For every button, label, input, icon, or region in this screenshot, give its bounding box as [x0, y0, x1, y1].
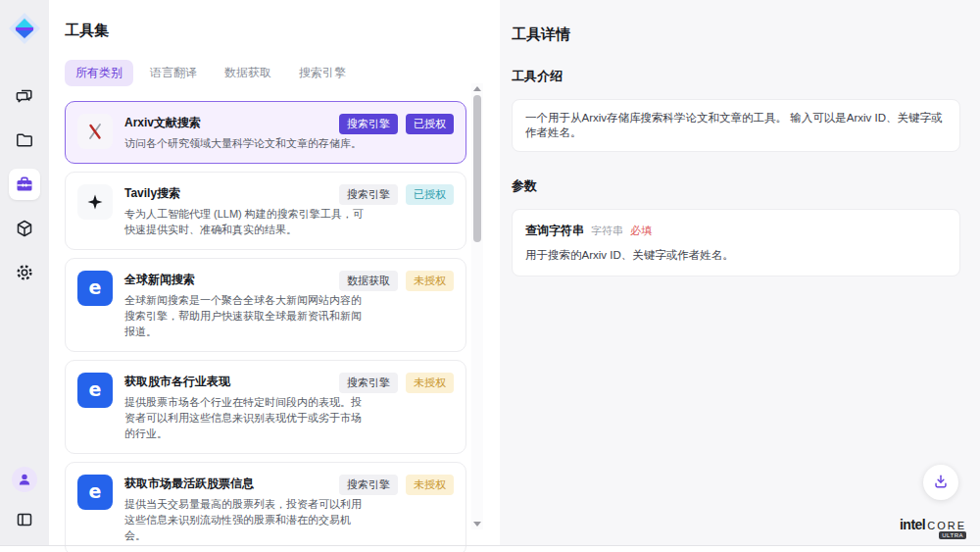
news-e-icon: e [77, 271, 113, 306]
sidebar-item-chat[interactable] [9, 80, 40, 112]
folder-icon [15, 130, 34, 150]
params-heading: 参数 [512, 177, 960, 195]
detail-title: 工具详情 [512, 25, 960, 44]
sidebar-item-settings[interactable] [9, 257, 40, 288]
param-description: 用于搜索的Arxiv ID、关键字或作者姓名。 [525, 248, 947, 263]
tool-name: 获取股市各行业表现 [124, 374, 369, 390]
settings-icon [15, 263, 34, 282]
param-required-flag: 必填 [630, 224, 652, 238]
tool-intro-text: 一个用于从Arxiv存储库搜索科学论文和文章的工具。 输入可以是Arxiv ID… [512, 99, 960, 152]
download-button[interactable] [923, 465, 958, 500]
tool-list: Arxiv文献搜索 访问各个研究领域大量科学论文和文章的存储库。 搜索引擎 已授… [65, 101, 466, 552]
tool-description: 提供股票市场各个行业在特定时间段内的表现。投资者可以利用这些信息来识别表现优于或… [124, 394, 369, 441]
sidebar-item-files[interactable] [9, 125, 40, 156]
category-badge: 搜索引擎 [339, 184, 398, 205]
download-icon [932, 473, 950, 493]
news-e-icon: e [77, 373, 113, 408]
app-window: 工具集 所有类别 语言翻译 数据获取 搜索引擎 Arxiv文献搜索 访问各个研究… [0, 0, 980, 552]
arxiv-icon [77, 114, 113, 149]
category-badge: 数据获取 [339, 271, 398, 291]
tool-card-active-stocks[interactable]: e 获取市场最活跃股票信息 提供当天交易量最高的股票列表，投资者可以利用这些信息… [65, 462, 466, 552]
sidebar-collapse-button[interactable] [9, 504, 40, 535]
scroll-up-arrow[interactable] [473, 86, 481, 91]
sidebar-item-tools[interactable] [9, 169, 40, 200]
tool-description: 全球新闻搜索是一个聚合全球各大新闻网站内容的搜索引擎，帮助用户快速获取全球最新资… [124, 292, 369, 339]
auth-status-badge: 未授权 [406, 475, 454, 495]
app-logo-icon [8, 12, 41, 45]
intel-wordmark: intel [900, 517, 925, 532]
toolbox-icon [15, 175, 34, 194]
tool-card-arxiv[interactable]: Arxiv文献搜索 访问各个研究领域大量科学论文和文章的存储库。 搜索引擎 已授… [65, 101, 466, 164]
tool-name: 全球新闻搜索 [124, 272, 369, 288]
chat-icon [15, 86, 34, 106]
tool-name: Arxiv文献搜索 [124, 115, 369, 131]
tool-description: 专为人工智能代理 (LLM) 构建的搜索引擎工具，可快速提供实时、准确和真实的结… [124, 206, 369, 237]
tool-name: Tavily搜索 [124, 185, 369, 202]
list-scrollbar[interactable] [471, 83, 483, 529]
tab-translation[interactable]: 语言翻译 [139, 60, 208, 86]
category-tabs: 所有类别 语言翻译 数据获取 搜索引擎 [65, 60, 500, 86]
category-badge: 搜索引擎 [339, 475, 398, 495]
sidebar-item-models[interactable] [9, 213, 40, 244]
tab-search-engine[interactable]: 搜索引擎 [288, 60, 357, 86]
news-e-icon: e [77, 475, 113, 510]
category-badge: 搜索引擎 [339, 114, 398, 134]
parameter-card: 查询字符串 字符串 必填 用于搜索的Arxiv ID、关键字或作者姓名。 [512, 209, 960, 276]
tool-description: 提供当天交易量最高的股票列表，投资者可以利用这些信息来识别流动性强的股票和潜在的… [124, 496, 369, 543]
tools-list-panel: 工具集 所有类别 语言翻译 数据获取 搜索引擎 Arxiv文献搜索 访问各个研究… [49, 0, 500, 552]
intel-core-logo: intel CORE ULTRA [900, 517, 966, 532]
auth-status-badge: 未授权 [406, 271, 454, 291]
tool-card-sector-performance[interactable]: e 获取股市各行业表现 提供股票市场各个行业在特定时间段内的表现。投资者可以利用… [65, 360, 466, 454]
star-icon [77, 184, 113, 220]
category-badge: 搜索引擎 [339, 373, 398, 393]
core-wordmark: CORE [927, 520, 966, 531]
auth-status-badge: 已授权 [406, 184, 454, 205]
cube-icon [15, 219, 34, 238]
scroll-down-arrow[interactable] [473, 522, 481, 527]
tool-card-tavily[interactable]: Tavily搜索 专为人工智能代理 (LLM) 构建的搜索引擎工具，可快速提供实… [65, 172, 466, 250]
tool-description: 访问各个研究领域大量科学论文和文章的存储库。 [124, 135, 369, 151]
user-avatar[interactable] [12, 467, 37, 492]
page-title: 工具集 [65, 22, 500, 40]
tab-data-fetch[interactable]: 数据获取 [214, 60, 282, 86]
tool-detail-panel: 工具详情 工具介绍 一个用于从Arxiv存储库搜索科学论文和文章的工具。 输入可… [500, 0, 980, 545]
tab-all-categories[interactable]: 所有类别 [65, 60, 133, 86]
tool-name: 获取市场最活跃股票信息 [124, 476, 369, 492]
intro-heading: 工具介绍 [512, 68, 960, 85]
auth-status-badge: 已授权 [406, 114, 454, 134]
scrollbar-thumb[interactable] [473, 95, 481, 242]
param-name: 查询字符串 [525, 223, 584, 239]
auth-status-badge: 未授权 [406, 373, 454, 393]
param-type: 字符串 [591, 224, 623, 238]
sidebar [0, 0, 49, 545]
tool-card-global-news[interactable]: e 全球新闻搜索 全球新闻搜索是一个聚合全球各大新闻网站内容的搜索引擎，帮助用户… [65, 258, 466, 352]
ultra-badge: ULTRA [939, 531, 966, 539]
panel-toggle-icon [16, 511, 33, 528]
